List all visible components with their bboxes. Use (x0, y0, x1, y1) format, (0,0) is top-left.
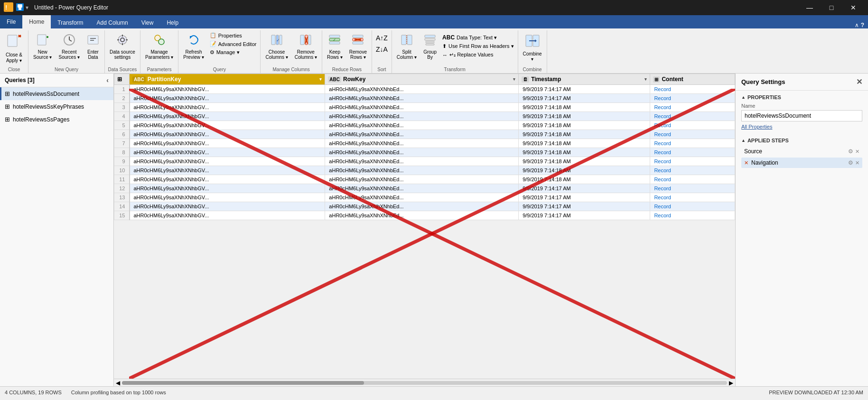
table-row[interactable]: 4 aHR0cHM6Ly9saXNhXNhbGV... aHR0cHM6Ly9s… (114, 112, 735, 121)
step-source-gear[interactable]: ⚙ (848, 148, 853, 155)
content-cell[interactable]: Record (650, 112, 735, 121)
data-source-settings-button[interactable]: Data sourcesettings (107, 31, 138, 62)
content-cell[interactable]: Record (650, 121, 735, 130)
combine-label: Combine▾ (523, 51, 542, 62)
content-cell[interactable]: Record (650, 157, 735, 166)
tab-add-column[interactable]: Add Column (90, 17, 135, 28)
table-row[interactable]: 9 aHR0cHM6Ly9saXNhXNhbGV... aHR0cHM6Ly9s… (114, 157, 735, 166)
step-source-delete[interactable]: ✕ (855, 149, 859, 155)
tab-view[interactable]: View (135, 17, 160, 28)
tab-home[interactable]: Home (22, 15, 51, 28)
use-first-row-button[interactable]: ⬆ Use First Row as Headers ▾ (440, 42, 515, 50)
maximize-btn[interactable]: □ (821, 0, 842, 15)
content-cell[interactable]: Record (650, 193, 735, 202)
step-navigation-gear[interactable]: ⚙ (848, 159, 853, 166)
row-number: 5 (114, 121, 130, 130)
manage-parameters-button[interactable]: ManageParameters ▾ (142, 31, 176, 62)
scroll-right-btn[interactable]: ▶ (729, 380, 733, 386)
table-row[interactable]: 2 aHR0cHM6Ly9saXNhXNhbGV... aHR0cHM6Ly9s… (114, 94, 735, 103)
titlebar: ! ▾ Untitled - Power Query Editor — □ ✕ (0, 0, 868, 15)
group-by-button[interactable]: GroupBy (420, 31, 439, 62)
ribbon-group-close: Close &Apply ▾ Close (0, 30, 28, 73)
timestamp-dropdown[interactable]: ▾ (644, 77, 647, 82)
partition-key-dropdown[interactable]: ▾ (319, 77, 322, 82)
remove-columns-button[interactable]: RemoveColumns ▾ (292, 31, 320, 62)
properties-button[interactable]: 📋 Properties (208, 31, 259, 39)
tab-help[interactable]: Help (160, 17, 185, 28)
row-key-dropdown[interactable]: ▾ (513, 77, 515, 82)
query-item-keyphrases[interactable]: ⊞ hotelReviewsSsKeyPhrases (0, 100, 113, 113)
query-item-document[interactable]: ⊞ hotelReviewsSsDocument (0, 87, 113, 100)
sort-asc-button[interactable]: A↑Z (374, 33, 390, 43)
enter-data-button[interactable]: EnterData (84, 31, 103, 62)
replace-values-button[interactable]: ↔ ↵₂ Replace Values (440, 51, 515, 59)
ribbon-group-new-query: NewSource ▾ RecentSources ▾ (28, 30, 105, 73)
choose-columns-button[interactable]: ✓ ChooseColumns ▾ (262, 31, 290, 62)
save-icon[interactable] (16, 3, 24, 12)
content-header[interactable]: ⊞ Content (650, 74, 735, 85)
content-cell[interactable]: Record (650, 184, 735, 193)
help-question-icon[interactable]: ? (861, 22, 864, 28)
content-cell[interactable]: Record (650, 202, 735, 211)
split-column-button[interactable]: SplitColumn ▾ (394, 31, 420, 62)
row-number: 2 (114, 94, 130, 103)
content-cell[interactable]: Record (650, 148, 735, 157)
quick-access-arrow[interactable]: ▾ (26, 4, 28, 11)
content-cell[interactable]: Record (650, 139, 735, 148)
combine-button[interactable]: Combine▾ (520, 31, 545, 64)
table-row[interactable]: 12 aHR0cHM6Ly9saXNhXNhbGV... aHR0cHM6Ly9… (114, 184, 735, 193)
applied-steps-list: Source ⚙ ✕ ✕ Navigation ⚙ ✕ (741, 146, 862, 168)
step-navigation-delete[interactable]: ✕ (855, 160, 859, 166)
data-type-button[interactable]: ABC Data Type: Text ▾ (440, 33, 515, 42)
sort-desc-button[interactable]: Z↓A (374, 45, 390, 54)
step-navigation[interactable]: ✕ Navigation ⚙ ✕ (741, 158, 862, 168)
manage-button[interactable]: ⚙ Manage ▾ (208, 48, 259, 56)
table-row[interactable]: 7 aHR0cHM6Ly9saXNhXNhbGV... aHR0cHM6Ly9s… (114, 139, 735, 148)
table-row[interactable]: 10 aHR0cHM6Ly9saXNhXNhbGV... aHR0cHM6Ly9… (114, 166, 735, 175)
remove-rows-button[interactable]: RemoveRows ▾ (346, 31, 370, 62)
sort-group-label: Sort (374, 65, 390, 73)
table-row[interactable]: 1 aHR0cHM6Ly9saXNhXNhbGV... aHR0cHM6Ly9s… (114, 85, 735, 94)
tab-file[interactable]: File (0, 15, 22, 28)
content-cell[interactable]: Record (650, 94, 735, 103)
query-item-pages[interactable]: ⊞ hotelReviewsSsPages (0, 113, 113, 126)
partition-key-cell: aHR0cHM6Ly9saXNhXNhbGV... (130, 94, 325, 103)
advanced-editor-button[interactable]: 📝 Advanced Editor (208, 40, 259, 48)
scroll-left-btn[interactable]: ◀ (116, 380, 120, 386)
close-apply-button[interactable]: Close &Apply ▾ (2, 31, 26, 65)
table-row[interactable]: 5 aHR0cHM6Ly9saXNhXNhbGV... aHR0cHM6Ly9s… (114, 121, 735, 130)
table-row[interactable]: 13 aHR0cHM6Ly9saXNhXNhbGV... aHR0cHM6Ly9… (114, 193, 735, 202)
timestamp-header[interactable]: 🗓 Timestamp ▾ (519, 74, 650, 85)
data-grid[interactable]: ⊞ ABC PartitionKey ▾ ABC (114, 74, 735, 379)
query-icon-keyphrases: ⊞ (5, 103, 10, 110)
query-settings-panel: Query Settings ✕ PROPERTIES Name hotelRe… (735, 74, 868, 386)
refresh-preview-button[interactable]: RefreshPreview ▾ (180, 31, 206, 62)
tab-transform[interactable]: Transform (51, 17, 90, 28)
table-row[interactable]: 8 aHR0cHM6Ly9saXNhXNhbGV... aHR0cHM6Ly9s… (114, 148, 735, 157)
content-cell[interactable]: Record (650, 85, 735, 94)
step-source[interactable]: Source ⚙ ✕ (741, 146, 862, 157)
content-cell[interactable]: Record (650, 166, 735, 175)
all-properties-link[interactable]: All Properties (741, 124, 772, 130)
recent-sources-label: RecentSources ▾ (58, 49, 79, 60)
partition-key-header[interactable]: ABC PartitionKey ▾ (130, 74, 325, 85)
content-cell[interactable]: Record (650, 130, 735, 139)
minimize-btn[interactable]: — (799, 0, 821, 15)
table-row[interactable]: 6 aHR0cHM6Ly9saXNhXNhbGV... aHR0cHM6Ly9s… (114, 130, 735, 139)
new-source-button[interactable]: NewSource ▾ (30, 31, 55, 62)
content-cell[interactable]: Record (650, 175, 735, 184)
table-row[interactable]: 14 aHR0cHM6Ly9saXNhXNhbGV... aHR0cHM6Ly9… (114, 202, 735, 211)
content-cell[interactable]: Record (650, 211, 735, 220)
row-key-header[interactable]: ABC RowKey ▾ (325, 74, 519, 85)
table-row[interactable]: 15 aHR0cHM6Ly9saXNhXNhbGV... aHR0cHM6Ly9… (114, 211, 735, 220)
queries-collapse-btn[interactable]: ‹ (106, 76, 109, 84)
content-cell[interactable]: Record (650, 103, 735, 112)
settings-close-btn[interactable]: ✕ (856, 77, 862, 86)
recent-sources-button[interactable]: RecentSources ▾ (56, 31, 82, 62)
table-row[interactable]: 3 aHR0cHM6Ly9saXNhXNhbGV... aHR0cHM6Ly9s… (114, 103, 735, 112)
name-value[interactable]: hotelReviewsSsDocument (741, 110, 862, 121)
table-row[interactable]: 11 aHR0cHM6Ly9saXNhXNhbGV... aHR0cHM6Ly9… (114, 175, 735, 184)
close-btn[interactable]: ✕ (842, 0, 864, 15)
keep-rows-button[interactable]: ✓ KeepRows ▾ (324, 31, 345, 62)
horizontal-scrollbar[interactable]: ◀ ▶ (114, 379, 735, 386)
